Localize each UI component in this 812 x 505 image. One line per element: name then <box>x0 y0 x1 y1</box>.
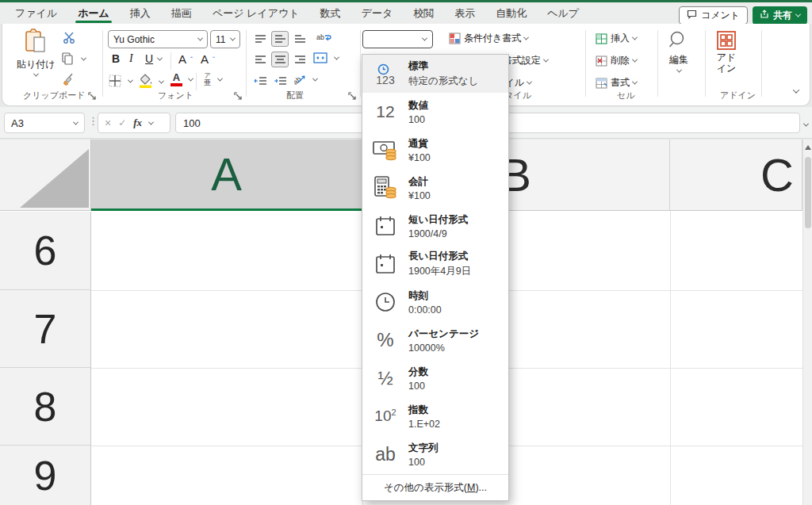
align-top-button[interactable] <box>251 31 269 47</box>
align-center-button[interactable] <box>271 52 289 67</box>
orientation-button[interactable]: ab <box>294 73 317 86</box>
editing-menu-button[interactable]: 編集 <box>668 30 689 73</box>
menu-item-general[interactable]: 123 標準 特定の形式なし <box>362 55 508 93</box>
align-middle-button[interactable] <box>271 31 289 47</box>
font-dialog-launcher-icon[interactable] <box>234 92 243 101</box>
decrease-indent-button[interactable] <box>251 73 269 89</box>
row-header-9[interactable]: 9 <box>0 446 91 505</box>
addins-group-label: アドイン <box>720 90 756 101</box>
format-painter-button[interactable] <box>63 73 76 86</box>
cut-button[interactable] <box>63 32 75 44</box>
menu-item-time[interactable]: 時刻 0:00:00 <box>362 283 508 321</box>
row-header-7[interactable]: 7 <box>0 290 91 368</box>
font-family-value: Yu Gothic <box>113 34 155 45</box>
paste-button[interactable]: 貼り付け <box>17 29 56 77</box>
editing-label: 編集 <box>669 53 688 67</box>
addins-button-line2: イン <box>717 64 737 73</box>
align-left-button[interactable] <box>251 52 269 67</box>
comment-icon <box>687 10 697 21</box>
increase-font-size-button[interactable]: Aˆ <box>178 52 193 66</box>
more-number-formats-item[interactable]: その他の表示形式(M)... <box>362 474 508 500</box>
short-date-format-icon <box>362 216 408 236</box>
delete-cells-button[interactable]: 削除 <box>596 54 637 67</box>
accounting-format-icon <box>362 176 408 200</box>
insert-function-button[interactable]: fx <box>133 117 142 129</box>
scroll-up-arrow-icon[interactable] <box>805 145 811 150</box>
font-size-select[interactable]: 11 <box>210 30 240 48</box>
formula-bar-expand-chevron[interactable] <box>804 118 808 129</box>
enter-button[interactable]: ✓ <box>118 117 126 128</box>
long-date-format-icon <box>362 254 408 274</box>
copy-button[interactable] <box>61 52 86 65</box>
menu-item-fraction[interactable]: ½ 分数 100 <box>362 359 508 397</box>
addins-button[interactable]: アド イン <box>716 30 737 73</box>
tab-formulas[interactable]: 数式 <box>310 2 351 24</box>
bold-button[interactable]: B <box>112 52 120 65</box>
chevron-down-icon <box>676 67 681 73</box>
ribbon-collapse-chevron[interactable] <box>794 89 799 94</box>
addins-button-line1: アド <box>717 52 737 63</box>
orientation-icon: ab <box>294 73 307 86</box>
font-color-button[interactable]: A <box>170 73 193 86</box>
fraction-format-icon: ½ <box>362 368 408 389</box>
menu-item-accounting[interactable]: 会計 ¥100 <box>362 169 508 207</box>
decrease-font-size-button[interactable]: Aˇ <box>201 52 215 66</box>
format-cells-button[interactable]: 書式 <box>596 76 637 90</box>
menu-item-text[interactable]: ab 文字列 100 <box>362 435 508 473</box>
menu-item-currency[interactable]: 通貨 ¥100 <box>362 131 508 169</box>
underline-button[interactable]: U <box>145 52 153 65</box>
italic-button[interactable]: I <box>129 52 133 65</box>
tab-view[interactable]: 表示 <box>444 2 485 24</box>
wrap-text-button[interactable]: ab <box>313 30 334 46</box>
row-header-6[interactable]: 6 <box>0 212 91 290</box>
align-bottom-button[interactable] <box>291 31 308 47</box>
underline-options-chevron[interactable] <box>158 57 162 61</box>
menu-item-number[interactable]: 12 数値 100 <box>362 93 508 131</box>
phonetic-guide-button[interactable]: ア亜 <box>204 73 222 86</box>
tab-review[interactable]: 校閲 <box>403 2 444 24</box>
conditional-formatting-button[interactable]: 条件付き書式 <box>449 32 528 45</box>
select-all-corner[interactable] <box>0 140 91 211</box>
tab-automate[interactable]: 自動化 <box>485 2 537 24</box>
alignment-dialog-launcher-icon[interactable] <box>348 92 358 101</box>
format-cells-label: 書式 <box>611 76 630 90</box>
merge-center-icon <box>313 52 327 63</box>
cancel-button[interactable]: × <box>105 117 111 129</box>
share-button[interactable]: 共有 <box>753 6 807 25</box>
tab-data[interactable]: データ <box>351 2 404 24</box>
general-format-icon: 123 <box>362 63 408 85</box>
tab-page-layout[interactable]: ページ レイアウト <box>202 2 310 24</box>
increase-indent-button[interactable] <box>271 73 289 89</box>
number-format-icon: 12 <box>362 102 408 121</box>
clipboard-dialog-launcher-icon[interactable] <box>88 92 98 101</box>
scrollbar-thumb[interactable] <box>805 157 811 228</box>
menu-item-long-date[interactable]: 長い日付形式 1900年4月9日 <box>362 245 508 283</box>
insert-cells-button[interactable]: 挿入 <box>596 32 637 45</box>
tab-insert[interactable]: 挿入 <box>120 2 161 24</box>
menu-item-scientific[interactable]: 102 指数 1.E+02 <box>362 397 508 435</box>
tab-help[interactable]: ヘルプ <box>537 2 589 24</box>
delete-cells-label: 削除 <box>611 54 630 67</box>
vertical-scrollbar[interactable] <box>802 140 812 505</box>
chevron-down-icon[interactable] <box>148 119 154 124</box>
menu-item-percentage[interactable]: % パーセンテージ 10000% <box>362 321 508 359</box>
merge-center-button[interactable] <box>313 52 339 63</box>
fill-color-button[interactable] <box>139 73 163 90</box>
font-family-select[interactable]: Yu Gothic <box>108 30 208 48</box>
name-box[interactable]: A3 <box>4 113 85 133</box>
conditional-formatting-label: 条件付き書式 <box>464 32 521 45</box>
text-format-icon: ab <box>362 444 408 465</box>
tab-draw[interactable]: 描画 <box>161 2 202 24</box>
tab-file[interactable]: ファイル <box>5 2 67 24</box>
tab-home[interactable]: ホーム <box>67 2 120 24</box>
align-right-button[interactable] <box>291 52 308 67</box>
scissors-icon <box>63 32 75 44</box>
menu-item-short-date[interactable]: 短い日付形式 1900/4/9 <box>362 207 508 245</box>
row-header-8[interactable]: 8 <box>0 368 91 446</box>
chevron-down-icon <box>197 36 203 41</box>
borders-button[interactable] <box>109 75 132 87</box>
column-header-a[interactable]: A <box>91 140 362 211</box>
number-format-combobox[interactable] <box>362 30 433 48</box>
column-header-c[interactable]: C <box>670 140 802 211</box>
comments-button[interactable]: コメント <box>679 6 748 25</box>
